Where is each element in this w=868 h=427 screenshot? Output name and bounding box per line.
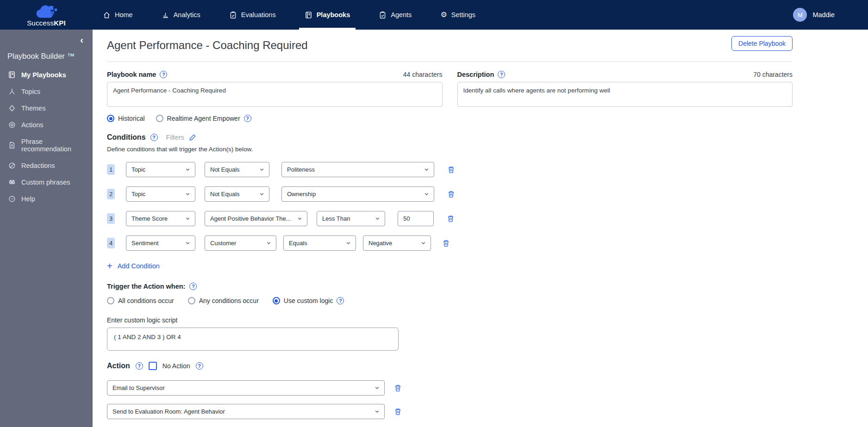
- custom-logic-label: Enter custom logic script: [107, 316, 793, 324]
- condition-operator-select[interactable]: Not Equals: [205, 186, 269, 202]
- sidebar-item-help[interactable]: ? Help: [0, 191, 93, 207]
- chevron-down-icon: [297, 216, 303, 222]
- condition-type-select[interactable]: Sentiment: [126, 235, 195, 251]
- edit-filters-icon[interactable]: [189, 134, 196, 141]
- sidebar-item-my-playbooks[interactable]: My Playbooks: [0, 66, 93, 83]
- chevron-down-icon: [185, 191, 191, 197]
- document-icon: [7, 142, 16, 149]
- sidebar-item-phrase-recommendation[interactable]: Phrase recommendation: [0, 133, 93, 157]
- nav-item-home[interactable]: Home: [99, 0, 137, 30]
- custom-logic-input[interactable]: ( 1 AND 2 AND 3 ) OR 4: [107, 328, 399, 351]
- help-icon[interactable]: ?: [337, 297, 344, 304]
- action-row-2: Send to Evaluation Room: Agent Behavior: [107, 404, 793, 419]
- condition-number: 2: [107, 189, 115, 199]
- condition-number: 1: [107, 164, 115, 175]
- trash-icon-button[interactable]: [447, 215, 455, 223]
- add-condition-button[interactable]: + Add Condition: [107, 261, 160, 271]
- nav-item-evaluations[interactable]: Evaluations: [225, 0, 280, 30]
- condition-speaker-select[interactable]: Customer: [205, 235, 276, 251]
- radio-all-conditions[interactable]: All conditions occur: [107, 297, 174, 304]
- action-select[interactable]: Email to Supervisor: [107, 380, 385, 396]
- help-icon[interactable]: ?: [189, 283, 197, 290]
- quotes-icon: 66: [7, 179, 16, 186]
- sidebar-item-label: Custom phrases: [21, 179, 70, 186]
- user-menu[interactable]: M Maddie: [793, 0, 835, 30]
- sidebar-item-topics[interactable]: Topics: [0, 83, 93, 100]
- chevron-down-icon: [185, 240, 191, 246]
- action-heading: Action: [107, 362, 130, 370]
- brand-logo[interactable]: SuccessKPI: [0, 0, 93, 30]
- chevron-down-icon: [185, 216, 191, 222]
- radio-label: Historical: [118, 115, 145, 122]
- help-icon[interactable]: ?: [160, 71, 167, 78]
- sidebar-item-custom-phrases[interactable]: 66 Custom phrases: [0, 174, 93, 191]
- condition-value-select[interactable]: Politeness: [281, 162, 434, 177]
- sidebar-item-redactions[interactable]: Redactions: [0, 157, 93, 174]
- action-row-1: Email to Supervisor: [107, 380, 793, 396]
- condition-type-select[interactable]: Topic: [126, 162, 195, 177]
- home-icon: [103, 11, 111, 19]
- topics-icon: [7, 88, 16, 95]
- sidebar-item-actions[interactable]: Actions: [0, 117, 93, 133]
- radio-selected-icon: [107, 115, 114, 122]
- radio-label: All conditions occur: [118, 297, 174, 304]
- trash-icon-button[interactable]: [394, 384, 402, 392]
- condition-row-2: 2 Topic Not Equals Ownership: [107, 186, 793, 202]
- radio-any-conditions[interactable]: Any conditions occur: [188, 297, 259, 304]
- playbook-name-counter: 44 characters: [403, 71, 443, 78]
- help-icon[interactable]: ?: [244, 115, 251, 122]
- target-icon: [7, 121, 16, 129]
- condition-number: 3: [107, 213, 115, 224]
- playbook-name-input[interactable]: Agent Performance - Coaching Required: [107, 82, 443, 107]
- condition-type-select[interactable]: Topic: [126, 186, 195, 202]
- chevron-down-icon: [374, 385, 380, 391]
- help-icon[interactable]: ?: [136, 362, 143, 370]
- nav-item-analytics[interactable]: Analytics: [158, 0, 204, 30]
- help-icon[interactable]: ?: [150, 134, 158, 141]
- action-select[interactable]: Send to Evaluation Room: Agent Behavior: [107, 404, 385, 419]
- condition-type-select[interactable]: Theme Score: [126, 211, 195, 226]
- radio-realtime-agent-empower[interactable]: Realtime Agent Empower ?: [156, 115, 251, 122]
- brand-name: SuccessKPI: [27, 19, 66, 27]
- condition-threshold-input[interactable]: 50: [398, 211, 434, 226]
- help-icon[interactable]: ?: [196, 362, 203, 370]
- sidebar-item-themes[interactable]: Themes: [0, 100, 93, 117]
- cloud-logo-icon: [34, 4, 58, 19]
- condition-theme-select[interactable]: Agent Positive Behavior The...: [205, 211, 307, 226]
- radio-selected-icon: [273, 297, 280, 304]
- radio-historical[interactable]: Historical: [107, 115, 145, 122]
- condition-operator-select[interactable]: Less Than: [317, 211, 385, 226]
- trash-icon-button[interactable]: [394, 408, 402, 415]
- no-action-checkbox[interactable]: [149, 362, 157, 370]
- trash-icon-button[interactable]: [442, 239, 450, 247]
- condition-number: 4: [107, 238, 115, 248]
- trash-icon-button[interactable]: [447, 166, 455, 173]
- sidebar-item-label: Topics: [21, 88, 40, 95]
- sidebar-item-label: My Playbooks: [21, 71, 66, 79]
- nav-item-settings[interactable]: ⚙ Settings: [437, 0, 479, 30]
- condition-value-select[interactable]: Negative: [363, 235, 431, 251]
- condition-value-select[interactable]: Ownership: [281, 186, 434, 202]
- nav-item-agents[interactable]: Agents: [375, 0, 415, 30]
- chevron-down-icon: [185, 167, 191, 173]
- chevron-down-icon: [259, 167, 265, 173]
- condition-operator-select[interactable]: Equals: [283, 235, 356, 251]
- sidebar-title: Playbook Builder ™: [7, 52, 93, 61]
- user-name: Maddie: [812, 11, 835, 19]
- no-action-label: No Action: [162, 362, 190, 370]
- page-title: Agent Performance - Coaching Required: [107, 39, 308, 52]
- conditions-subtitle: Define conditions that will trigger the …: [107, 146, 793, 153]
- radio-use-custom-logic[interactable]: Use custom logic ?: [273, 297, 344, 304]
- description-counter: 70 characters: [753, 71, 793, 78]
- radio-label: Any conditions occur: [199, 297, 259, 304]
- analytics-icon: [162, 11, 169, 19]
- main-content: Agent Performance - Coaching Required De…: [93, 30, 868, 427]
- trash-icon-button[interactable]: [447, 190, 455, 198]
- help-icon[interactable]: ?: [498, 71, 505, 78]
- condition-operator-select[interactable]: Not Equals: [205, 162, 269, 177]
- delete-playbook-button[interactable]: Delete Playbook: [731, 36, 793, 51]
- nav-item-playbooks[interactable]: Playbooks: [301, 0, 354, 30]
- filters-label[interactable]: Filters: [166, 134, 184, 141]
- description-input[interactable]: Identify all calls where agents are not …: [457, 82, 793, 107]
- collapse-sidebar-icon[interactable]: ‹: [80, 35, 83, 44]
